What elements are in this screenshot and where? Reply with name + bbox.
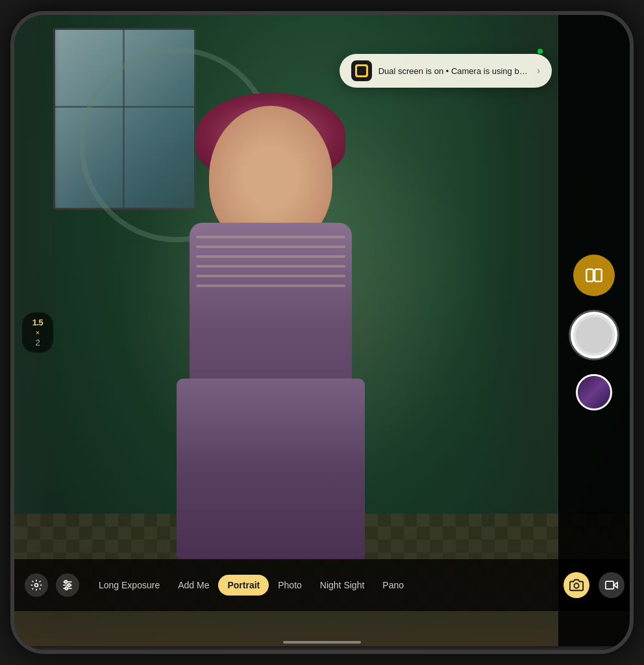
zoom-control[interactable]: 1.5 × 2 (22, 312, 53, 353)
camera-viewfinder[interactable] (14, 15, 630, 650)
dual-screen-icon (585, 266, 603, 284)
device-inner: Dual screen is on • Camera is using b… ›… (14, 15, 630, 650)
mode-tabs-bar: Long Exposure Add Me Portrait Photo Nigh… (14, 559, 558, 611)
device-frame: Dual screen is on • Camera is using b… ›… (10, 11, 634, 654)
sliders-icon (61, 579, 74, 592)
sliders-button[interactable] (56, 573, 79, 597)
gear-icon (30, 579, 43, 592)
tab-photo[interactable]: Photo (269, 575, 311, 596)
camera-mode-tabs: Long Exposure Add Me Portrait Photo Nigh… (90, 575, 548, 596)
zoom-unit: × (36, 329, 40, 336)
svg-rect-11 (606, 581, 614, 589)
dual-screen-button[interactable] (573, 255, 615, 296)
last-photo-thumbnail[interactable] (576, 374, 612, 410)
svg-rect-1 (595, 270, 602, 282)
bottom-icons (25, 573, 79, 597)
tab-add-me[interactable]: Add Me (169, 575, 218, 596)
video-mode-button[interactable] (599, 572, 625, 598)
shutter-button[interactable] (571, 312, 617, 358)
svg-marker-10 (613, 583, 617, 588)
zoom-value: 1.5 (32, 318, 43, 327)
svg-point-6 (64, 581, 67, 583)
subject-person (79, 67, 521, 599)
home-indicator (283, 641, 361, 644)
notification-chevron-icon[interactable]: › (537, 65, 540, 77)
svg-point-7 (68, 584, 70, 586)
dual-screen-icon (355, 64, 368, 77)
video-icon (605, 579, 618, 592)
zoom-level: 2 (35, 338, 40, 347)
notification-app-icon (351, 60, 372, 81)
shutter-inner (576, 317, 612, 353)
settings-button[interactable] (25, 573, 48, 597)
notification-text: Dual screen is on • Camera is using b… (378, 66, 528, 76)
left-panel: 1.5 × 2 (22, 312, 53, 353)
right-panel (558, 15, 630, 650)
svg-point-2 (35, 584, 38, 587)
svg-rect-0 (586, 270, 593, 282)
svg-point-8 (65, 587, 68, 590)
camera-icon (569, 578, 584, 592)
tab-portrait[interactable]: Portrait (218, 575, 269, 596)
tab-pano[interactable]: Pano (373, 575, 413, 596)
bottom-right-controls (558, 559, 630, 611)
tab-night-sight[interactable]: Night Sight (311, 575, 373, 596)
tab-long-exposure[interactable]: Long Exposure (90, 575, 169, 596)
person-lower-body (177, 379, 365, 560)
notification-banner[interactable]: Dual screen is on • Camera is using b… › (340, 54, 552, 88)
svg-point-9 (574, 583, 578, 588)
camera-active-indicator (538, 49, 543, 54)
device-hinge (14, 646, 630, 650)
photo-mode-button[interactable] (564, 572, 589, 598)
